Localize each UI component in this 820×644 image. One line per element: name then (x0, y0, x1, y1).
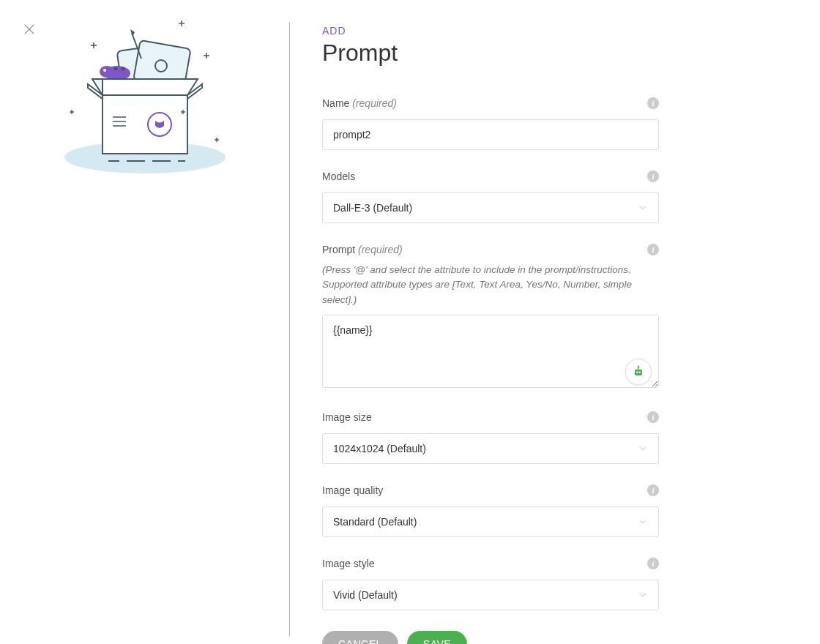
info-icon[interactable]: i (647, 484, 659, 496)
field-image-size: Image size i 1024x1024 (Default) (322, 411, 659, 464)
field-models: Models i Dall-E-3 (Default) (322, 171, 659, 223)
form-panel: ADD Prompt Name (required) i Models i Da… (322, 25, 659, 644)
svg-point-11 (113, 67, 117, 71)
field-name: Name (required) i (322, 97, 659, 150)
prompt-hint: (Press '@' and select the attribute to i… (322, 263, 659, 307)
svg-point-10 (103, 69, 106, 72)
button-row: CANCEL SAVE (322, 631, 659, 644)
models-select[interactable]: Dall-E-3 (Default) (322, 192, 659, 223)
field-image-quality: Image quality i Standard (Default) (322, 484, 659, 537)
image-style-value: Vivid (Default) (333, 589, 638, 601)
image-style-select[interactable]: Vivid (Default) (322, 580, 659, 610)
name-label-text: Name (322, 97, 349, 109)
image-size-value: 1024x1024 (Default) (333, 443, 638, 454)
name-input[interactable] (322, 119, 659, 150)
svg-point-40 (638, 371, 641, 373)
box-illustration (50, 15, 240, 176)
field-image-style: Image style i Vivid (Default) (322, 558, 659, 610)
info-icon[interactable]: i (647, 411, 659, 423)
chevron-down-icon (638, 203, 648, 213)
svg-rect-38 (635, 369, 642, 375)
chevron-down-icon (638, 517, 648, 527)
robot-icon (631, 364, 646, 379)
svg-point-9 (100, 66, 114, 78)
svg-rect-13 (102, 95, 187, 154)
info-icon[interactable]: i (647, 244, 659, 255)
vertical-divider (289, 22, 290, 637)
save-button[interactable]: SAVE (407, 631, 467, 644)
image-style-label: Image style (322, 558, 375, 569)
chevron-down-icon (638, 443, 648, 454)
chevron-down-icon (638, 590, 648, 600)
ai-assist-button[interactable] (625, 359, 652, 385)
svg-point-12 (121, 67, 124, 71)
svg-point-39 (636, 371, 638, 373)
image-size-select[interactable]: 1024x1024 (Default) (322, 433, 659, 464)
illustration-panel (0, 0, 289, 644)
image-quality-label: Image quality (322, 484, 383, 496)
svg-marker-15 (102, 79, 198, 95)
name-label: Name (required) (322, 97, 397, 109)
prompt-label-text: Prompt (322, 244, 355, 255)
name-required-text: (required) (352, 97, 397, 109)
models-label: Models (322, 171, 355, 182)
eyebrow-label: ADD (322, 25, 659, 37)
image-size-label: Image size (322, 411, 372, 423)
info-icon[interactable]: i (647, 171, 659, 182)
svg-marker-7 (130, 29, 135, 37)
image-quality-value: Standard (Default) (333, 516, 638, 528)
models-value: Dall-E-3 (Default) (333, 202, 638, 214)
prompt-label: Prompt (required) (322, 244, 403, 255)
image-quality-select[interactable]: Standard (Default) (322, 506, 659, 537)
field-prompt: Prompt (required) i (Press '@' and selec… (322, 244, 659, 391)
page-title: Prompt (322, 40, 659, 67)
info-icon[interactable]: i (647, 97, 659, 109)
prompt-textarea[interactable] (322, 315, 659, 388)
prompt-required-text: (required) (358, 244, 403, 255)
info-icon[interactable]: i (647, 558, 659, 569)
svg-point-42 (638, 366, 640, 368)
cancel-button[interactable]: CANCEL (322, 631, 398, 644)
